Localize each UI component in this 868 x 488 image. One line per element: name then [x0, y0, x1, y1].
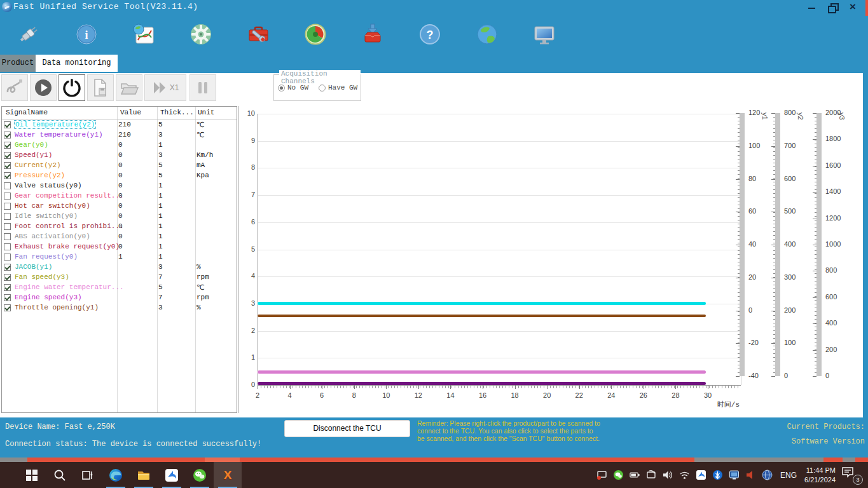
row-checkbox[interactable] [4, 121, 11, 128]
row-checkbox[interactable] [4, 294, 11, 301]
row-checkbox[interactable] [4, 182, 11, 189]
row-checkbox[interactable] [4, 132, 11, 139]
table-row[interactable]: Fan request(y0)11 [2, 252, 237, 262]
pause-button[interactable] [189, 74, 216, 101]
table-row[interactable]: Gear competition result...01 [2, 191, 237, 201]
table-row[interactable]: Idle switch(y0)01 [2, 212, 237, 222]
table-row[interactable]: Hot car switch(y0)01 [2, 201, 237, 212]
todesk-button[interactable] [158, 462, 186, 488]
speaker-red-icon[interactable] [745, 470, 756, 480]
row-checkbox[interactable] [4, 213, 11, 220]
x-app-button[interactable]: X [214, 462, 242, 488]
table-row[interactable]: Oil temperature(y2)2105℃ [2, 120, 237, 130]
table-row[interactable]: Speed(y1)03Km/h [2, 151, 237, 161]
header-unit[interactable]: Unit [198, 109, 214, 116]
row-checkbox[interactable] [4, 172, 11, 179]
screen-share-icon[interactable] [596, 470, 607, 480]
radio-have-gw-circle[interactable] [319, 85, 326, 92]
file-explorer-button[interactable] [130, 462, 158, 488]
wechat-tray-icon[interactable] [613, 470, 624, 480]
row-thickness: 3 [158, 131, 163, 139]
header-thickness[interactable]: Thick... [160, 109, 194, 116]
right-axis-tick [736, 113, 740, 114]
row-checkbox[interactable] [4, 193, 11, 200]
table-row[interactable]: Engine speed(y3)7rpm [2, 293, 237, 303]
close-button[interactable]: × [846, 1, 859, 13]
open-folder-button[interactable] [116, 74, 142, 101]
row-checkbox[interactable] [4, 264, 11, 271]
table-row[interactable]: Water temperature(y1)2103℃ [2, 130, 237, 140]
radio-no-gw-circle[interactable] [278, 85, 285, 92]
restore-button[interactable] [826, 1, 839, 13]
row-checkbox[interactable] [4, 304, 11, 311]
table-row[interactable]: Engine water temperatur...5℃ [2, 283, 237, 293]
rotation-lock-icon[interactable] [646, 470, 657, 480]
import-icon[interactable] [361, 22, 385, 46]
row-checkbox[interactable] [4, 274, 11, 281]
task-view-button[interactable] [74, 462, 102, 488]
row-checkbox[interactable] [4, 203, 11, 210]
row-checkbox[interactable] [4, 254, 11, 261]
panel-divider[interactable] [238, 106, 239, 413]
table-row[interactable]: Gear(y0)01 [2, 140, 237, 151]
notification-center[interactable]: 3 [841, 466, 863, 485]
table-row[interactable]: Throttle opening(y1)3% [2, 303, 237, 313]
table-row[interactable]: ABS activation(y0)01 [2, 232, 237, 242]
right-axis-tick [813, 166, 816, 166]
row-checkbox[interactable] [4, 284, 11, 291]
globe-icon[interactable] [475, 22, 499, 46]
search-button[interactable] [46, 462, 74, 488]
monitor-icon[interactable] [532, 22, 556, 46]
cable-button[interactable] [1, 74, 28, 101]
row-checkbox[interactable] [4, 233, 11, 240]
table-row[interactable]: Fan speed(y3)7rpm [2, 273, 237, 283]
row-unit: rpm [196, 294, 209, 301]
header-value[interactable]: Value [120, 109, 141, 116]
table-row[interactable]: Current(y2)05mA [2, 161, 237, 171]
language-indicator[interactable]: ENG [778, 471, 799, 480]
x-tick [483, 385, 483, 389]
connector-icon[interactable] [17, 22, 41, 46]
wifi-icon[interactable] [679, 470, 690, 480]
curve-chart-icon[interactable] [132, 22, 156, 46]
signal-name: Pressure(y2) [15, 172, 65, 179]
remote-desktop-icon[interactable] [729, 470, 740, 480]
info-icon[interactable]: i [74, 22, 99, 46]
row-checkbox[interactable] [4, 223, 11, 230]
table-row[interactable]: Foot control is prohibi...01 [2, 222, 237, 232]
table-row[interactable]: Pressure(y2)05Kpa [2, 171, 237, 181]
help-icon[interactable]: ? [418, 22, 442, 46]
row-checkbox[interactable] [4, 243, 11, 250]
row-checkbox[interactable] [4, 162, 11, 169]
tab-data-monitoring[interactable]: Data monitoring [36, 55, 118, 72]
todesk-tray-icon[interactable] [696, 470, 706, 480]
tab-product[interactable]: Product [0, 55, 36, 72]
settings-gear-icon[interactable] [189, 22, 213, 46]
gauge-icon[interactable] [303, 22, 327, 46]
header-signalname[interactable]: SignalName [6, 109, 48, 116]
row-checkbox[interactable] [4, 142, 11, 149]
play-button[interactable] [30, 74, 57, 101]
fast-forward-button[interactable]: X1 [144, 74, 186, 101]
disconnect-tcu-button[interactable]: Disconnect the TCU [284, 420, 410, 437]
table-row[interactable]: JACOB(y1)3% [2, 262, 237, 273]
radio-no-gw[interactable]: No GW [278, 84, 308, 92]
volume-icon[interactable] [663, 470, 673, 480]
battery-icon[interactable] [630, 470, 640, 480]
bluetooth-icon[interactable] [712, 470, 723, 480]
wechat-button[interactable] [186, 462, 214, 488]
save-doc-button[interactable] [87, 74, 114, 101]
table-row[interactable]: Valve status(y0)01 [2, 181, 237, 191]
start-button[interactable] [18, 462, 46, 488]
toolbox-icon[interactable] [246, 22, 270, 46]
clock[interactable]: 11:44 PM 6/21/2024 [804, 466, 836, 485]
gridline [258, 222, 741, 223]
row-checkbox[interactable] [4, 152, 11, 159]
table-row[interactable]: Exhaust brake request(y0)01 [2, 242, 237, 252]
browser-tray-icon[interactable] [762, 470, 773, 480]
edge-button[interactable] [102, 462, 130, 488]
power-button[interactable] [59, 74, 85, 101]
row-unit: Kpa [196, 172, 209, 179]
radio-have-gw[interactable]: Have GW [319, 84, 357, 92]
minimize-button[interactable] [806, 1, 818, 13]
